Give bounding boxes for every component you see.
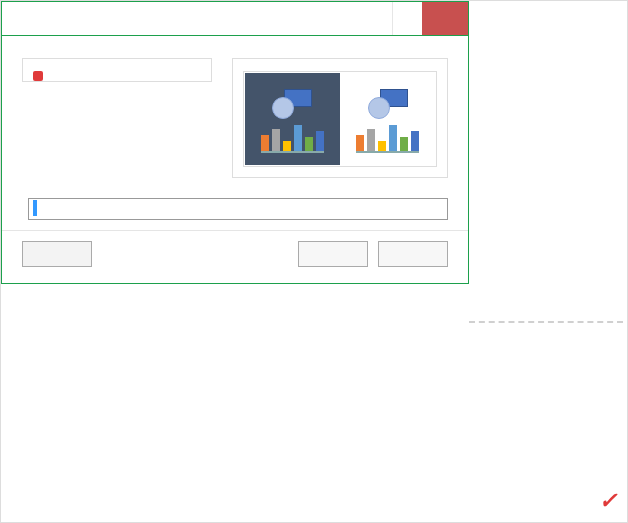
shapes-icon <box>272 89 312 119</box>
dialog-title <box>2 2 392 35</box>
cancel-button[interactable] <box>378 241 448 267</box>
shapes-icon <box>368 89 408 119</box>
horizontal-divider <box>469 321 623 323</box>
bar-chart-icon <box>356 123 419 153</box>
hyperlink-highlight-box <box>33 71 43 81</box>
check-icon: ✓ <box>599 488 617 514</box>
titlebar <box>2 2 468 36</box>
close-button[interactable] <box>422 2 468 35</box>
save-button[interactable] <box>298 241 368 267</box>
reset-button[interactable] <box>22 241 92 267</box>
example-thumb-light <box>341 73 436 165</box>
name-input-value <box>33 200 37 216</box>
example-thumb-dark <box>245 73 340 165</box>
theme-colors-group <box>22 58 212 82</box>
new-theme-colors-dialog <box>1 1 469 284</box>
bar-chart-icon <box>261 123 324 153</box>
name-input[interactable] <box>28 198 448 220</box>
example-thumbnails <box>243 71 437 167</box>
watermark-logo: ✓ <box>597 488 617 514</box>
help-button[interactable] <box>392 2 422 35</box>
example-group <box>232 58 448 178</box>
